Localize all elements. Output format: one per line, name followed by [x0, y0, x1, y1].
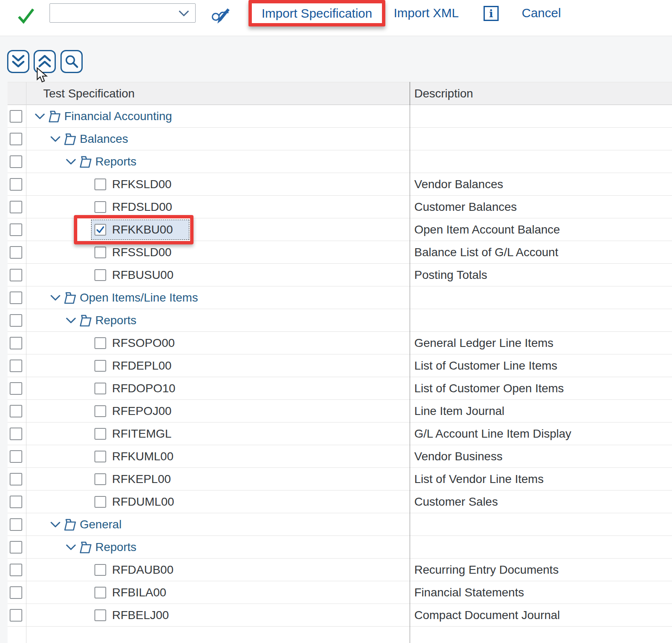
item-checkbox[interactable] — [94, 587, 106, 598]
description-cell: List of Vendor Line Items — [414, 468, 544, 491]
table-row: RFKSLD00Vendor Balances — [8, 173, 672, 196]
item-checkbox[interactable] — [94, 269, 106, 281]
double-chevron-up-icon — [37, 54, 52, 69]
row-select-checkbox[interactable] — [10, 564, 22, 576]
tree-item-label[interactable]: RFSOPO00 — [112, 332, 175, 354]
tree-item-label[interactable]: RFDEPL00 — [112, 354, 172, 377]
chevron-down-icon[interactable] — [50, 136, 60, 142]
item-checkbox[interactable] — [94, 360, 106, 372]
table-row: Financial Accounting — [8, 105, 672, 128]
top-toolbar: Import Specification Import XML i Cancel — [0, 0, 672, 36]
specification-combobox[interactable] — [50, 3, 196, 23]
tree-folder-label[interactable]: Reports — [95, 150, 136, 173]
import-specification-button[interactable]: Import Specification — [261, 6, 372, 21]
chevron-down-icon[interactable] — [66, 544, 76, 551]
tree-item-label[interactable]: RFDUML00 — [112, 491, 174, 513]
description-cell: Customer Sales — [414, 491, 498, 513]
item-checkbox[interactable] — [94, 201, 106, 213]
tree-item-label[interactable]: RFBELJ00 — [112, 604, 169, 627]
chevron-down-icon[interactable] — [50, 522, 60, 528]
tree-item-label[interactable]: RFITEMGL — [112, 423, 172, 445]
item-checkbox-checked[interactable] — [94, 224, 106, 236]
chevron-down-icon[interactable] — [66, 318, 76, 324]
item-checkbox[interactable] — [94, 609, 106, 621]
tree-item-label[interactable]: RFBILA00 — [112, 581, 166, 604]
item-checkbox[interactable] — [94, 564, 106, 576]
table-row: Reports — [8, 150, 672, 173]
search-icon — [64, 54, 79, 69]
tree-item-label[interactable]: RFKEPL00 — [112, 468, 171, 491]
row-select-checkbox[interactable] — [10, 360, 22, 372]
chevron-down-icon[interactable] — [50, 295, 60, 301]
tree-item-label[interactable]: RFEPOJ00 — [112, 400, 172, 423]
row-select-checkbox[interactable] — [10, 405, 22, 417]
row-select-checkbox[interactable] — [10, 337, 22, 349]
column-header-description[interactable]: Description — [414, 82, 473, 105]
cancel-button[interactable]: Cancel — [522, 0, 561, 26]
tree-folder-label[interactable]: Reports — [95, 536, 136, 559]
tree-item-label[interactable]: RFKUML00 — [112, 445, 173, 468]
empty-row — [8, 627, 672, 643]
confirm-checkmark-icon[interactable] — [17, 7, 35, 25]
expand-all-button[interactable] — [7, 50, 29, 73]
tree-item-label[interactable]: RFKSLD00 — [112, 173, 172, 196]
item-checkbox[interactable] — [94, 496, 106, 508]
row-select-checkbox[interactable] — [10, 541, 22, 554]
table-row: RFSSLD00Balance List of G/L Account — [8, 241, 672, 264]
row-select-checkbox[interactable] — [10, 473, 22, 486]
item-checkbox[interactable] — [94, 247, 106, 258]
row-select-checkbox[interactable] — [10, 496, 22, 508]
description-cell: Open Item Account Balance — [414, 218, 560, 241]
row-select-checkbox[interactable] — [10, 586, 22, 599]
tree-item-label[interactable]: RFDAUB00 — [112, 559, 173, 581]
item-checkbox[interactable] — [94, 337, 106, 349]
collapse-all-button[interactable] — [34, 50, 56, 73]
row-select-checkbox[interactable] — [10, 518, 22, 531]
row-select-checkbox[interactable] — [10, 201, 22, 213]
row-select-checkbox[interactable] — [10, 178, 22, 191]
row-select-checkbox[interactable] — [10, 155, 22, 168]
tree-item-label[interactable]: RFSSLD00 — [112, 241, 172, 264]
row-select-checkbox[interactable] — [10, 246, 22, 259]
combobox-chevron-down-icon[interactable] — [178, 10, 190, 17]
table-row: RFDAUB00Recurring Entry Documents — [8, 559, 672, 581]
tree-folder-label[interactable]: Balances — [80, 128, 128, 150]
display-change-icon[interactable] — [211, 6, 233, 26]
item-checkbox[interactable] — [94, 451, 106, 462]
row-select-checkbox[interactable] — [10, 450, 22, 463]
tree-item-label[interactable]: RFKKBU00 — [112, 218, 173, 241]
row-select-checkbox[interactable] — [10, 133, 22, 145]
import-xml-button[interactable]: Import XML — [394, 0, 459, 26]
info-icon[interactable]: i — [484, 6, 499, 21]
row-select-checkbox[interactable] — [10, 314, 22, 327]
column-header-test-specification[interactable]: Test Specification — [43, 82, 135, 105]
table-row: RFBILA00Financial Statements — [8, 581, 672, 604]
row-select-checkbox[interactable] — [10, 269, 22, 281]
row-select-checkbox[interactable] — [10, 110, 22, 123]
tree-item-label[interactable]: RFDOPO10 — [112, 377, 175, 400]
chevron-down-icon[interactable] — [66, 159, 76, 165]
folder-icon — [63, 133, 77, 146]
table-body: Financial AccountingBalancesReportsRFKSL… — [8, 105, 672, 627]
tree-item-label[interactable]: RFDSLD00 — [112, 196, 172, 218]
tree-folder-label[interactable]: Reports — [95, 309, 136, 332]
chevron-down-icon[interactable] — [35, 113, 45, 120]
row-select-checkbox[interactable] — [10, 382, 22, 395]
tree-folder-label[interactable]: Open Items/Line Items — [80, 286, 198, 309]
search-button[interactable] — [60, 50, 83, 73]
item-checkbox[interactable] — [94, 473, 106, 485]
row-select-checkbox[interactable] — [10, 428, 22, 440]
row-select-checkbox[interactable] — [10, 291, 22, 304]
row-select-checkbox[interactable] — [10, 609, 22, 622]
item-checkbox[interactable] — [94, 428, 106, 440]
tree-item-label[interactable]: RFBUSU00 — [112, 264, 173, 286]
row-select-checkbox[interactable] — [10, 223, 22, 236]
double-chevron-down-icon — [10, 54, 26, 69]
table-row: RFKEPL00List of Vendor Line Items — [8, 468, 672, 491]
item-checkbox[interactable] — [94, 405, 106, 417]
tree-folder-label[interactable]: Financial Accounting — [64, 105, 172, 128]
table-row: RFDEPL00List of Customer Line Items — [8, 354, 672, 377]
item-checkbox[interactable] — [94, 383, 106, 394]
tree-folder-label[interactable]: General — [80, 513, 122, 536]
item-checkbox[interactable] — [94, 178, 106, 190]
